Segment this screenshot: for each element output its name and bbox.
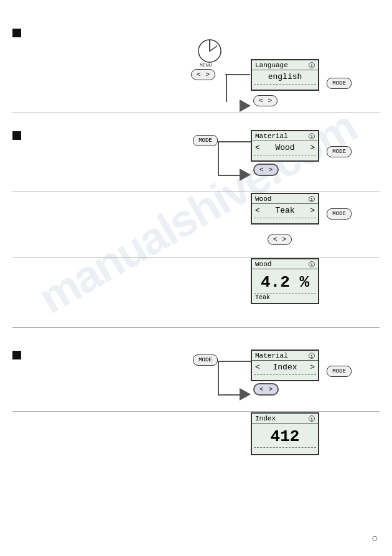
material-index-title: Material: [255, 352, 288, 359]
wood-percent-subtitle: Teak: [255, 294, 270, 301]
wood-teak-left-arrow: <: [255, 206, 260, 215]
section3-mode-right-1[interactable]: MODE: [327, 366, 352, 377]
material-index-value: Index: [273, 363, 297, 372]
conn-h2-2: [218, 175, 240, 176]
conn-h3-1: [218, 361, 251, 362]
wood-percent-value: 4.2 %: [261, 273, 309, 292]
index-value-display: Index i 412: [251, 412, 319, 455]
section2-nav-2[interactable]: < >: [268, 233, 292, 245]
section1: MENU < > Language i english MODE: [0, 19, 392, 118]
index-value: 412: [271, 427, 300, 446]
index-value-info: i: [309, 415, 315, 422]
section2-arrow-1: [240, 169, 251, 184]
section3-mode-left[interactable]: MODE: [193, 354, 218, 366]
nav-top-left[interactable]: <: [195, 71, 203, 78]
material-wood-right-arrow: >: [310, 143, 315, 152]
language-value: english: [268, 72, 302, 81]
conn-v3-1: [218, 361, 219, 395]
connector-v1: [226, 75, 227, 102]
material-wood-value: Wood: [275, 143, 294, 152]
section1-nav-bottom[interactable]: < >: [253, 95, 278, 106]
section2-mode-right-1[interactable]: MODE: [327, 146, 352, 157]
wood-teak-info: i: [309, 196, 315, 202]
nav-s2-2-left[interactable]: <: [271, 236, 279, 243]
conn-h3-2: [218, 394, 240, 396]
wood-percent-info: i: [309, 261, 315, 267]
material-index-right-arrow: >: [310, 363, 315, 372]
section3: MODE Material i < Index > MODE < >: [0, 341, 392, 540]
section2-divider-3: [12, 327, 380, 328]
conn-v2-1: [218, 141, 219, 175]
section2-mode-right-2[interactable]: MODE: [327, 208, 352, 220]
language-info-icon: i: [309, 62, 315, 68]
wood-teak-title: Wood: [255, 195, 271, 203]
nav-s2-2-right[interactable]: >: [281, 236, 289, 243]
nav-top-right[interactable]: >: [204, 71, 212, 78]
bottom-circle: ○: [371, 532, 378, 545]
connector-h1: [225, 74, 250, 75]
language-title: Language: [255, 62, 288, 69]
nav-bottom-left[interactable]: <: [257, 97, 265, 104]
section1-bullet: [12, 29, 21, 37]
section2-bullet: [12, 131, 21, 140]
material-wood-display: Material i < Wood >: [251, 130, 319, 162]
material-index-info: i: [309, 353, 315, 359]
wood-teak-right-arrow: >: [310, 206, 315, 215]
section3-bullet: [12, 351, 21, 359]
material-wood-left-arrow: <: [255, 143, 260, 152]
section2-nav-1[interactable]: < >: [253, 164, 279, 176]
section2-mode-left[interactable]: MODE: [193, 135, 218, 146]
section2-divider-2: [12, 257, 380, 257]
section2: MODE Material i < Wood > MODE < >: [0, 121, 392, 333]
section2-divider-1: [12, 192, 380, 192]
section1-mode-right[interactable]: MODE: [327, 78, 352, 89]
material-wood-info: i: [309, 133, 315, 139]
index-value-title: Index: [255, 415, 276, 422]
menu-label: MENU: [200, 62, 212, 68]
section3-nav-1[interactable]: < >: [253, 383, 279, 396]
wood-teak-display: Wood i < Teak >: [251, 193, 319, 225]
language-display: Language i english: [251, 59, 319, 91]
section1-divider: [12, 113, 380, 113]
section3-arrow-1: [240, 388, 251, 404]
nav-s2-1-left[interactable]: <: [258, 166, 266, 174]
wood-teak-value: Teak: [275, 206, 294, 215]
section1-nav-top[interactable]: < >: [191, 68, 215, 80]
conn-h2-1: [218, 141, 251, 142]
wood-percent-display: Wood i 4.2 % Teak: [251, 258, 319, 304]
section3-divider-1: [12, 411, 380, 412]
nav-s3-1-right[interactable]: >: [267, 386, 275, 393]
nav-s2-1-right[interactable]: >: [267, 166, 275, 174]
material-wood-title: Material: [255, 132, 288, 140]
menu-dial-icon: [196, 37, 223, 65]
wood-percent-title: Wood: [255, 261, 271, 268]
material-index-left-arrow: <: [255, 363, 260, 372]
material-index-display: Material i < Index >: [251, 350, 319, 381]
nav-s3-1-left[interactable]: <: [258, 386, 266, 393]
nav-bottom-right[interactable]: >: [266, 97, 274, 104]
